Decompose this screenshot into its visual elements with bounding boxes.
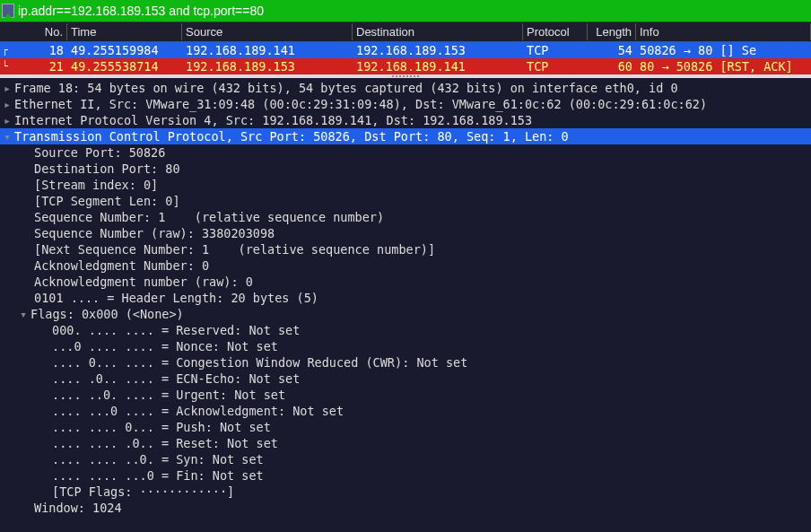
tcp-flags[interactable]: Flags: 0x000 (<None>) bbox=[0, 306, 811, 322]
flag-nonce[interactable]: ...0 .... .... = Nonce: Not set bbox=[0, 338, 811, 354]
flag-urgent[interactable]: .... ..0. .... = Urgent: Not set bbox=[0, 387, 811, 403]
flag-syn[interactable]: .... .... ..0. = Syn: Not set bbox=[0, 451, 811, 467]
expand-icon[interactable] bbox=[4, 96, 14, 112]
pane-splitter[interactable] bbox=[0, 74, 811, 78]
packet-row[interactable]: └2149.255538714192.168.189.153192.168.18… bbox=[0, 58, 811, 74]
col-header-no[interactable]: No. bbox=[0, 23, 67, 40]
tree-text: Transmission Control Protocol, Src Port:… bbox=[14, 129, 569, 144]
tree-text: Internet Protocol Version 4, Src: 192.16… bbox=[14, 113, 532, 127]
expand-icon[interactable] bbox=[4, 80, 14, 96]
tcp-header-len[interactable]: 0101 .... = Header Length: 20 bytes (5) bbox=[0, 290, 811, 306]
packet-row[interactable]: ┌1849.255159984192.168.189.141192.168.18… bbox=[0, 42, 811, 58]
flag-reserved[interactable]: 000. .... .... = Reserved: Not set bbox=[0, 322, 811, 338]
tcp-ack[interactable]: Acknowledgment Number: 0 bbox=[0, 257, 811, 274]
tcp-ack-raw[interactable]: Acknowledgment number (raw): 0 bbox=[0, 274, 811, 290]
packet-list-header: No. Time Source Destination Protocol Len… bbox=[0, 22, 811, 42]
tree-text: Flags: 0x000 (<None>) bbox=[31, 307, 184, 321]
tcp-dst-port[interactable]: Destination Port: 80 bbox=[0, 161, 811, 177]
display-filter-bar bbox=[0, 0, 811, 22]
tree-frame[interactable]: Frame 18: 54 bytes on wire (432 bits), 5… bbox=[0, 80, 811, 96]
col-header-info[interactable]: Info bbox=[636, 23, 811, 40]
bookmark-icon[interactable] bbox=[2, 4, 14, 18]
col-header-destination[interactable]: Destination bbox=[353, 23, 523, 40]
col-header-protocol[interactable]: Protocol bbox=[523, 23, 588, 40]
expand-icon[interactable] bbox=[4, 112, 14, 128]
tree-text: Ethernet II, Src: VMware_31:09:48 (00:0c… bbox=[14, 97, 707, 111]
flag-ecn[interactable]: .... .0.. .... = ECN-Echo: Not set bbox=[0, 371, 811, 387]
tcp-segment-len[interactable]: [TCP Segment Len: 0] bbox=[0, 193, 811, 209]
flag-ack[interactable]: .... ...0 .... = Acknowledgment: Not set bbox=[0, 403, 811, 419]
collapse-icon[interactable] bbox=[20, 306, 31, 322]
tcp-next-seq[interactable]: [Next Sequence Number: 1 (relative seque… bbox=[0, 241, 811, 257]
packet-details-pane[interactable]: Frame 18: 54 bytes on wire (432 bits), 5… bbox=[0, 78, 811, 516]
tcp-seq[interactable]: Sequence Number: 1 (relative sequence nu… bbox=[0, 209, 811, 225]
flag-reset[interactable]: .... .... .0.. = Reset: Not set bbox=[0, 435, 811, 451]
tree-text: Frame 18: 54 bytes on wire (432 bits), 5… bbox=[14, 81, 678, 95]
flag-cwr[interactable]: .... 0... .... = Congestion Window Reduc… bbox=[0, 354, 811, 371]
col-header-time[interactable]: Time bbox=[67, 23, 182, 40]
display-filter-input[interactable] bbox=[18, 4, 809, 18]
tree-ethernet[interactable]: Ethernet II, Src: VMware_31:09:48 (00:0c… bbox=[0, 96, 811, 112]
col-header-source[interactable]: Source bbox=[182, 23, 353, 40]
tree-tcp[interactable]: Transmission Control Protocol, Src Port:… bbox=[0, 128, 811, 144]
tcp-src-port[interactable]: Source Port: 50826 bbox=[0, 144, 811, 161]
flag-tcpflags[interactable]: [TCP Flags: ············] bbox=[0, 484, 811, 500]
tcp-seq-raw[interactable]: Sequence Number (raw): 3380203098 bbox=[0, 225, 811, 241]
flag-push[interactable]: .... .... 0... = Push: Not set bbox=[0, 419, 811, 435]
tcp-window[interactable]: Window: 1024 bbox=[0, 500, 811, 516]
tcp-stream-index[interactable]: [Stream index: 0] bbox=[0, 177, 811, 193]
col-header-length[interactable]: Length bbox=[588, 23, 636, 40]
packet-list[interactable]: ┌1849.255159984192.168.189.141192.168.18… bbox=[0, 42, 811, 74]
tree-ip[interactable]: Internet Protocol Version 4, Src: 192.16… bbox=[0, 112, 811, 128]
collapse-icon[interactable] bbox=[4, 128, 14, 144]
flag-fin[interactable]: .... .... ...0 = Fin: Not set bbox=[0, 467, 811, 484]
